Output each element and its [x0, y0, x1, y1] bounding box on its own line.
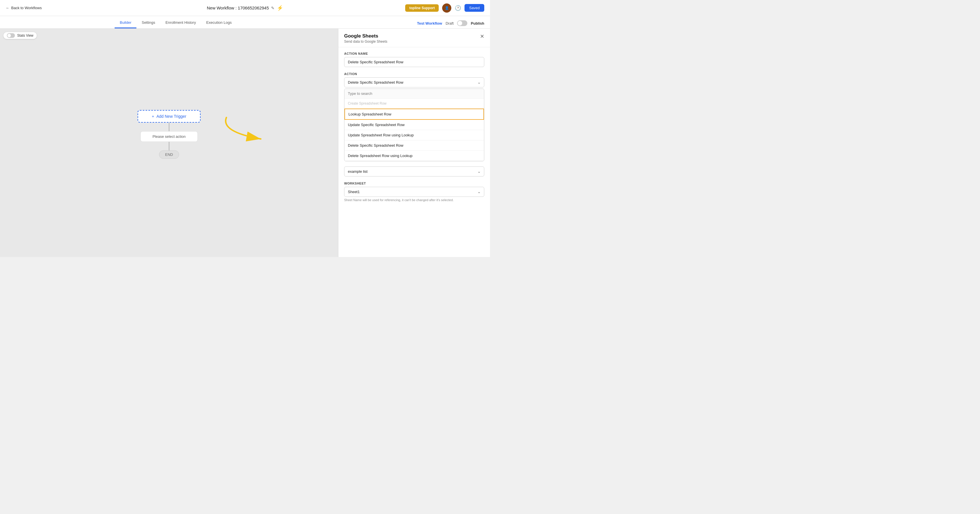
worksheet-group: WORKSHEET Sheet1 Sheet Name will be used… — [344, 181, 484, 202]
toggle-thumb — [458, 21, 462, 25]
worksheet-label: WORKSHEET — [344, 181, 484, 185]
action-name-label: ACTION NAME — [344, 52, 484, 55]
worksheet-hint: Sheet Name will be used for referencing,… — [344, 198, 484, 202]
stats-view-label: Stats View — [17, 33, 33, 38]
workflow-title-area: New Workflow : 1706652062945 ✎ ⚡ — [207, 5, 283, 11]
arrow-annotation — [218, 112, 275, 147]
draft-label: Draft — [445, 21, 453, 25]
back-label: Back to Workflows — [11, 6, 42, 10]
dropdown-item-update-lookup[interactable]: Update Spreadsheet Row using Lookup — [344, 130, 484, 140]
clock-icon[interactable]: 🕐 — [455, 5, 461, 11]
action-select-wrapper: Delete Specific Spreadsheet Row — [344, 77, 484, 88]
dropdown-item-delete-lookup[interactable]: Delete Spreadsheet Row using Lookup — [344, 151, 484, 161]
workflow-title: New Workflow : 1706652062945 — [207, 5, 269, 10]
connector-line-1 — [169, 123, 169, 131]
action-name-input[interactable] — [344, 57, 484, 67]
plus-icon: + — [152, 114, 154, 119]
add-trigger-box[interactable]: + Add New Trigger — [138, 110, 200, 123]
panel-header: Google Sheets Send data to Google Sheets… — [339, 29, 490, 47]
connector-line-2 — [169, 142, 169, 150]
back-arrow-icon: ← — [6, 6, 10, 10]
dropdown-item-create[interactable]: Create Spreadsheet Row — [344, 99, 484, 108]
action-label: Please select action — [153, 134, 186, 138]
app-header: ← Back to Workflows New Workflow : 17066… — [0, 0, 490, 16]
stats-view-toggle[interactable]: Stats View — [3, 32, 37, 39]
trigger-label: Add New Trigger — [156, 114, 186, 119]
action-field-label: ACTION — [344, 72, 484, 76]
right-panel: Google Sheets Send data to Google Sheets… — [338, 29, 490, 257]
action-select[interactable]: Delete Specific Spreadsheet Row — [344, 77, 484, 88]
spreadsheet-group: example list — [344, 167, 484, 177]
publish-button[interactable]: Publish — [471, 21, 484, 25]
dropdown-item-update-specific[interactable]: Update Specific Spreadsheet Row — [344, 120, 484, 130]
dropdown-item-lookup[interactable]: Lookup Spreadsheet Row — [344, 108, 484, 120]
canvas-content: + Add New Trigger Please select action E… — [138, 110, 200, 159]
dropdown-item-delete-specific[interactable]: Delete Specific Spreadsheet Row — [344, 140, 484, 151]
mini-toggle — [7, 33, 15, 38]
worksheet-select-wrapper: Sheet1 — [344, 187, 484, 197]
tab-settings[interactable]: Settings — [137, 18, 160, 29]
spreadsheet-select[interactable]: example list — [344, 167, 484, 177]
action-name-group: ACTION NAME — [344, 52, 484, 67]
back-to-workflows[interactable]: ← Back to Workflows — [6, 6, 42, 10]
saved-button[interactable]: Saved — [465, 4, 484, 12]
workflow-canvas[interactable]: Stats View + Add New Trigger Please sele… — [0, 29, 338, 257]
header-right-controls: topline Support 👤 🕐 Saved — [405, 3, 484, 13]
tab-execution-logs[interactable]: Execution Logs — [201, 18, 237, 29]
nav-tabs-bar: Builder Settings Enrollment History Exec… — [0, 16, 490, 29]
panel-body: ACTION NAME ACTION Delete Specific Sprea… — [339, 47, 490, 257]
support-button[interactable]: topline Support — [405, 4, 439, 12]
edit-icon[interactable]: ✎ — [271, 6, 275, 10]
tab-builder[interactable]: Builder — [115, 18, 137, 29]
panel-subtitle: Send data to Google Sheets — [344, 40, 387, 43]
action-box[interactable]: Please select action — [140, 131, 198, 142]
spreadsheet-select-wrapper: example list — [344, 167, 484, 177]
action-group: ACTION Delete Specific Spreadsheet Row C… — [344, 72, 484, 161]
nav-right: Test Workflow Draft Publish — [417, 20, 484, 26]
test-workflow-button[interactable]: Test Workflow — [417, 21, 442, 25]
main-area: Stats View + Add New Trigger Please sele… — [0, 29, 490, 257]
draft-toggle[interactable] — [457, 20, 467, 26]
tab-enrollment-history[interactable]: Enrollment History — [160, 18, 201, 29]
bolt-icon: ⚡ — [277, 5, 283, 11]
worksheet-select[interactable]: Sheet1 — [344, 187, 484, 197]
action-dropdown: Create Spreadsheet Row Lookup Spreadshee… — [344, 89, 484, 161]
search-input[interactable] — [344, 89, 484, 99]
panel-title-area: Google Sheets Send data to Google Sheets — [344, 33, 387, 43]
end-label: END — [165, 153, 173, 157]
panel-close-button[interactable]: ✕ — [480, 33, 484, 40]
end-box: END — [159, 150, 179, 159]
avatar[interactable]: 👤 — [442, 3, 451, 13]
mini-toggle-thumb — [8, 34, 11, 37]
panel-title: Google Sheets — [344, 33, 387, 39]
